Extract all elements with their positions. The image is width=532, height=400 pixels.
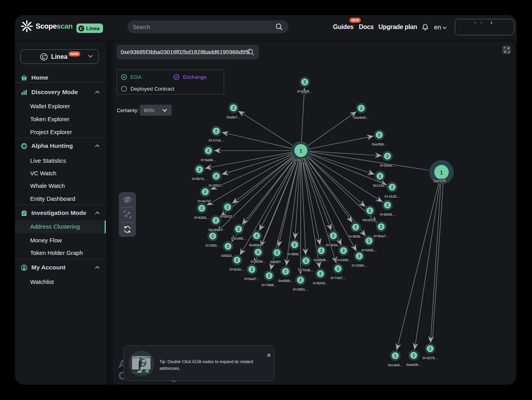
svg-text:2: 2 — [360, 106, 362, 111]
svg-text:2: 2 — [204, 190, 206, 194]
svg-text:2: 2 — [379, 174, 381, 178]
svg-text:0×3e5e...: 0×3e5e... — [326, 243, 341, 247]
svg-text:2: 2 — [215, 129, 217, 133]
svg-text:0×1525...: 0×1525... — [385, 195, 400, 198]
svg-text:2: 2 — [299, 278, 302, 282]
svg-text:1: 1 — [429, 347, 431, 351]
svg-text:2: 2 — [284, 269, 287, 274]
svg-text:2: 2 — [276, 251, 278, 255]
svg-text:0×62b5...: 0×62b5... — [194, 216, 210, 220]
svg-text:2: 2 — [355, 225, 357, 229]
svg-text:0×5ad7...: 0×5ad7... — [244, 277, 260, 281]
svg-text:0xeb8b...: 0xeb8b... — [278, 279, 293, 283]
svg-text:0×5a05...: 0×5a05... — [297, 89, 313, 93]
svg-text:2: 2 — [332, 234, 335, 238]
svg-text:1: 1 — [299, 148, 302, 154]
svg-text:2: 2 — [391, 185, 393, 189]
svg-text:0×6432...: 0×6432... — [220, 215, 235, 218]
svg-text:0xce8d...: 0xce8d... — [231, 236, 246, 240]
svg-text:0xcae8...: 0xcae8... — [388, 363, 402, 367]
svg-text:0×826d...: 0×826d... — [313, 281, 328, 285]
svg-text:2: 2 — [227, 244, 229, 249]
svg-text:0×398c...: 0×398c... — [287, 252, 302, 256]
svg-text:0xe399...: 0xe399... — [372, 142, 387, 146]
svg-text:2: 2 — [380, 225, 382, 229]
svg-text:2: 2 — [358, 254, 360, 258]
svg-text:0xd8d9...: 0xd8d9... — [314, 258, 329, 262]
svg-text:0×25f2...: 0×25f2... — [206, 244, 220, 247]
svg-text:2: 2 — [257, 250, 259, 255]
svg-text:2: 2 — [386, 203, 389, 207]
svg-text:2: 2 — [304, 80, 306, 84]
svg-text:0xcd15...: 0xcd15... — [362, 218, 377, 222]
svg-text:0×7487...: 0×7487... — [331, 276, 346, 280]
svg-text:1: 1 — [440, 169, 443, 176]
svg-text:0×7988...: 0×7988... — [262, 283, 277, 287]
svg-text:0×4d39...: 0×4d39... — [251, 260, 266, 264]
svg-text:0×2691...: 0×2691... — [293, 287, 308, 291]
svg-text:2: 2 — [255, 234, 258, 238]
svg-text:2: 2 — [207, 149, 210, 153]
svg-text:0xafa7...: 0xafa7... — [226, 115, 240, 119]
svg-text:2: 2 — [342, 249, 345, 253]
svg-text:2: 2 — [320, 249, 322, 253]
svg-text:0×2469...: 0×2469... — [336, 258, 351, 262]
svg-text:0×0b7e...: 0×0b7e... — [192, 177, 207, 181]
svg-text:2: 2 — [215, 218, 217, 223]
svg-text:0×3379...: 0×3379... — [423, 356, 438, 360]
svg-text:2: 2 — [236, 258, 238, 262]
svg-text:0xe948...: 0xe948... — [354, 116, 369, 120]
svg-text:2: 2 — [337, 267, 339, 271]
svg-text:0×5cbc...: 0×5cbc... — [230, 267, 244, 271]
svg-text:2: 2 — [232, 106, 235, 110]
svg-text:2: 2 — [369, 209, 371, 213]
svg-text:0xae0b...: 0xae0b... — [406, 363, 421, 367]
svg-text:0×764b...: 0×764b... — [299, 268, 314, 272]
svg-text:0×360b...: 0×360b... — [348, 235, 364, 238]
svg-text:2: 2 — [251, 267, 253, 272]
svg-text:0×6006...: 0×6006... — [380, 213, 395, 216]
svg-text:2: 2 — [268, 274, 270, 278]
svg-text:0×530b...: 0×530b... — [380, 164, 395, 167]
svg-text:2: 2 — [368, 239, 370, 243]
svg-text:0×2051...: 0×2051... — [209, 184, 224, 187]
svg-text:2: 2 — [319, 272, 322, 276]
svg-text:0×645b...: 0×645b... — [362, 248, 377, 252]
svg-text:2: 2 — [198, 167, 201, 172]
svg-text:2: 2 — [237, 227, 240, 231]
svg-text:0×5075...: 0×5075... — [293, 158, 309, 162]
svg-text:2: 2 — [305, 259, 307, 263]
svg-text:2: 2 — [215, 174, 217, 178]
svg-text:0xe936...: 0xe936... — [433, 179, 450, 183]
svg-text:0xb5f7...: 0xb5f7... — [270, 260, 284, 264]
svg-text:2: 2 — [201, 206, 203, 211]
svg-text:0×3ea7...: 0×3ea7... — [374, 234, 389, 238]
svg-text:1: 1 — [394, 354, 396, 358]
svg-text:1: 1 — [413, 353, 415, 358]
svg-text:0×5abb...: 0×5abb... — [201, 158, 216, 162]
svg-text:0×17e4...: 0×17e4... — [209, 138, 224, 142]
svg-text:0×4e7d...: 0×4e7d... — [198, 199, 213, 203]
svg-text:2: 2 — [226, 205, 229, 209]
svg-text:2: 2 — [212, 234, 214, 238]
svg-text:0xd6dd...: 0xd6dd... — [249, 243, 264, 247]
svg-text:0×2390...: 0×2390... — [352, 264, 367, 267]
svg-text:0xc116...: 0xc116... — [373, 184, 387, 187]
svg-text:2: 2 — [386, 154, 389, 158]
svg-text:2: 2 — [293, 243, 296, 247]
svg-text:2: 2 — [378, 133, 380, 137]
